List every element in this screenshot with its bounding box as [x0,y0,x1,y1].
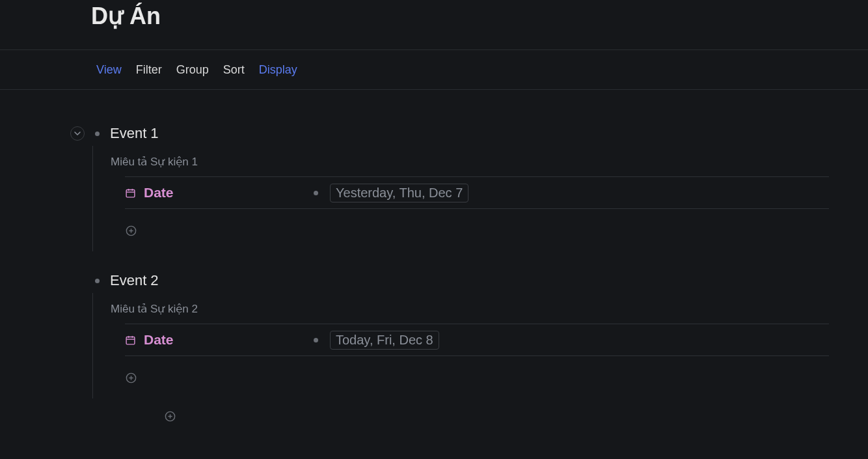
calendar-icon [125,335,136,346]
toolbar-filter[interactable]: Filter [136,63,162,77]
add-event-button[interactable] [164,410,176,423]
event-description[interactable]: Miêu tả Sự kiện 1 [111,155,829,169]
chevron-down-icon [74,130,81,137]
bullet-icon [95,279,100,283]
content-area: Event 1 Miêu tả Sự kiện 1 Date Yesterday… [0,90,868,425]
add-property-button[interactable] [125,225,137,237]
property-row: Date Yesterday, Thu, Dec 7 [125,176,829,209]
event-block: Event 2 Miêu tả Sự kiện 2 Date Today, Fr… [70,271,868,398]
toolbar: View Filter Group Sort Display [0,49,868,90]
property-key[interactable]: Date [125,332,314,348]
svg-rect-0 [126,189,135,197]
plus-circle-icon [125,372,137,384]
event-title[interactable]: Event 2 [110,271,829,290]
toolbar-display[interactable]: Display [259,63,297,77]
svg-rect-7 [126,337,135,344]
collapse-button[interactable] [70,126,85,141]
event-description[interactable]: Miêu tả Sự kiện 2 [111,302,829,316]
property-label: Date [144,185,174,201]
bullet-icon [314,191,318,195]
page-title: Dự Án [0,0,868,30]
property-label: Date [144,332,174,348]
toolbar-view[interactable]: View [96,63,122,77]
date-value[interactable]: Today, Fri, Dec 8 [330,331,439,350]
plus-circle-icon [125,225,137,237]
toolbar-sort[interactable]: Sort [223,63,245,77]
event-block: Event 1 Miêu tả Sự kiện 1 Date Yesterday… [70,124,868,251]
plus-circle-icon [164,410,176,423]
calendar-icon [125,188,136,199]
bullet-icon [314,338,318,342]
add-property-button[interactable] [125,372,137,384]
date-value[interactable]: Yesterday, Thu, Dec 7 [330,184,468,202]
bullet-icon [95,132,100,136]
event-title[interactable]: Event 1 [110,124,829,143]
toolbar-group[interactable]: Group [176,63,209,77]
property-row: Date Today, Fri, Dec 8 [125,324,829,356]
property-key[interactable]: Date [125,185,314,201]
